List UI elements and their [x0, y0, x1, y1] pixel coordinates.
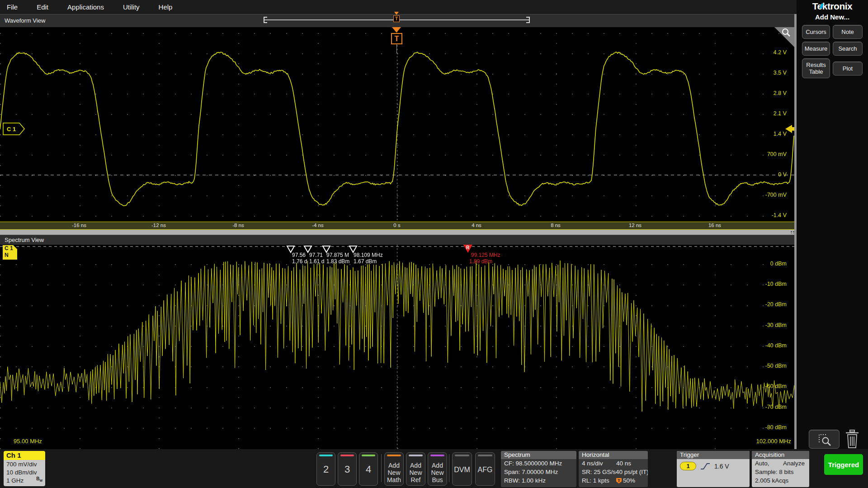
wf-y-label: 4.2 V — [737, 49, 787, 56]
wf-y-label: 2.8 V — [737, 90, 787, 96]
sample-rate: SR: 25 GS/s — [582, 468, 616, 476]
channel1-scale: 700 mV/div — [6, 460, 45, 469]
channel3-button[interactable]: 3 — [338, 452, 357, 486]
horizontal-settings-panel[interactable]: Horizontal 4 ns/div40 ns SR: 25 GS/s40 p… — [579, 451, 648, 487]
results-table-button[interactable]: Results Table — [802, 58, 830, 78]
channel4-color-strip — [362, 455, 375, 456]
button-group-separator — [381, 454, 382, 482]
sp-y-label: -10 dBm — [737, 281, 787, 287]
sp-y-label: -30 dBm — [737, 322, 787, 328]
channel1-badge[interactable]: Ch 1 700 mV/div 10 dBm/div 1 GHz BW — [4, 451, 45, 486]
span: Span: 7.00000 MHz — [501, 468, 576, 476]
add-new-ref-button[interactable]: Add New Ref — [406, 452, 425, 486]
peak-marker-freq: 97.875 M — [326, 252, 353, 258]
peak-marker-ampl: 1.61 d — [309, 259, 326, 265]
sp-y-label: -50 dBm — [737, 363, 787, 369]
trigger-settings-panel[interactable]: Trigger 1 1.6 V — [677, 451, 750, 487]
sp-y-label: -40 dBm — [737, 342, 787, 349]
spectrum-stop-freq-label: 102.000 MHz — [723, 438, 791, 445]
trigger-position-percent: 50% — [623, 477, 635, 485]
cursors-button[interactable]: Cursors — [802, 25, 830, 39]
time-label: 4 ns — [461, 223, 492, 228]
sp-y-label: -70 dBm — [737, 404, 787, 410]
trash-icon[interactable] — [844, 429, 861, 450]
acquisition-settings-panel[interactable]: Acquisition Auto,Analyze Sample: 8 bits … — [752, 451, 809, 487]
math-color-strip — [387, 455, 401, 456]
view-splitter[interactable] — [0, 230, 797, 235]
reference-marker-ampl: 1.89 dBm — [469, 259, 510, 265]
trigger-position-arrow-icon[interactable] — [392, 27, 401, 33]
time-label: -12 ns — [143, 223, 175, 228]
time-label: 0 s — [381, 223, 413, 228]
button-group-separator — [449, 454, 449, 482]
spectrum-view-title: Spectrum View — [5, 237, 44, 243]
time-label: -16 ns — [63, 223, 95, 228]
svg-text:R: R — [466, 245, 470, 250]
reference-marker-freq: 99.125 MHz — [471, 252, 512, 258]
channel2-button[interactable]: 2 — [316, 452, 335, 486]
timebase: 4 ns/div — [582, 460, 616, 468]
wf-y-label: -1.4 V — [737, 212, 787, 218]
zoom-region-icon — [816, 432, 832, 446]
add-new-heading: Add New... — [797, 13, 868, 21]
trigger-position-mini-flag-icon[interactable]: T — [393, 15, 400, 22]
spectrum-start-freq-label: 95.00 MHz — [14, 438, 42, 445]
menu-utility[interactable]: Utility — [116, 3, 152, 11]
wf-y-label: -700 mV — [737, 192, 787, 198]
svg-text:C 1: C 1 — [7, 126, 16, 133]
menu-file[interactable]: File — [0, 3, 30, 11]
time-label: -4 ns — [302, 223, 334, 228]
ref-color-strip — [409, 455, 423, 456]
add-new-math-button[interactable]: Add New Math — [384, 452, 404, 486]
acq-mode: Auto, — [755, 460, 769, 468]
trigger-pos-icon: T — [616, 478, 622, 483]
channel3-color-strip — [340, 455, 354, 456]
plot-button[interactable]: Plot — [833, 62, 863, 76]
sp-y-label: 0 dBm — [737, 261, 787, 267]
magnifier-icon[interactable] — [781, 28, 791, 38]
wf-y-label: 2.1 V — [737, 110, 787, 117]
oscilloscope-screen: File Edit Applications Utility Help Wave… — [0, 0, 868, 488]
add-new-bus-button[interactable]: Add New Bus — [428, 452, 447, 486]
bus-color-strip — [430, 455, 444, 456]
channel1-badge-title: Ch 1 — [4, 451, 45, 460]
trigger-position-mini-arrow-icon[interactable] — [394, 12, 399, 15]
wf-y-label: 3.5 V — [737, 70, 787, 76]
sp-y-label: -60 dBm — [737, 383, 787, 389]
zoom-region-button[interactable] — [809, 430, 840, 449]
trigger-position-flag-icon[interactable]: T — [391, 33, 402, 44]
spectrum-plot-area[interactable] — [0, 245, 794, 449]
acquisition-panel-title: Acquisition — [752, 451, 809, 459]
peak-marker-freq: 97.71 — [309, 252, 326, 258]
dvm-button[interactable]: DVM — [452, 452, 472, 486]
time-label: -8 ns — [222, 223, 254, 228]
measure-button[interactable]: Measure — [802, 42, 830, 56]
overview-bracket-right[interactable] — [526, 17, 530, 23]
spectrum-badge-trace-type: N — [5, 252, 17, 259]
triggered-status-badge: Triggered — [824, 454, 863, 475]
afg-strip — [478, 455, 492, 456]
trigger-level-arrow-tail — [791, 127, 794, 131]
peak-marker-freq: 98.109 MHz — [354, 252, 403, 258]
wf-y-label: 1.4 V — [737, 131, 787, 137]
search-button[interactable]: Search — [833, 42, 863, 56]
center-frequency: CF: 98.5000000 MHz — [501, 459, 576, 468]
spectrum-settings-panel[interactable]: Spectrum CF: 98.5000000 MHz Span: 7.0000… — [501, 451, 576, 487]
channel4-button[interactable]: 4 — [359, 452, 378, 486]
waveform-channel-badge[interactable]: C 1 — [3, 123, 25, 135]
note-button[interactable]: Note — [833, 25, 863, 39]
record-length: RL: 1 kpts — [582, 477, 616, 485]
afg-button[interactable]: AFG — [475, 452, 495, 486]
overview-bracket-left[interactable] — [264, 17, 267, 23]
trigger-panel-title: Trigger — [677, 451, 750, 459]
spectrum-channel-badge[interactable]: C 1 N — [3, 245, 17, 260]
menu-applications[interactable]: Applications — [61, 3, 116, 11]
resolution: 40 ps/pt (IT) — [616, 468, 648, 476]
waveform-plot-area[interactable] — [0, 27, 794, 222]
rbw: RBW: 1.00 kHz — [501, 476, 576, 485]
peak-marker-ampl: 1.67 dBm — [354, 259, 403, 265]
acq-analyze: Analyze — [783, 460, 805, 468]
channel2-color-strip — [319, 455, 333, 456]
menu-help[interactable]: Help — [152, 3, 185, 11]
menu-edit[interactable]: Edit — [30, 3, 61, 11]
